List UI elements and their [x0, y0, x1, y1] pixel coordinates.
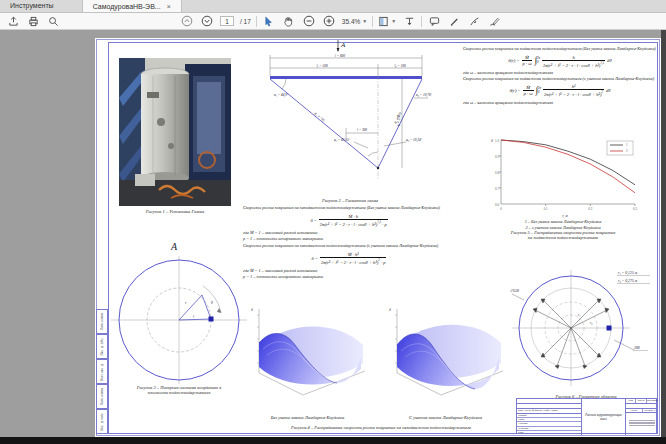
paragraph: Скорость роста покрытия на неподвижном п…	[243, 205, 455, 211]
fig4-left-label: Без учета закона Ламберта-Кнудсена	[245, 415, 370, 420]
tab-close-icon[interactable]: ×	[167, 3, 171, 10]
dim-l1: l₁ = 500	[316, 64, 327, 68]
fig5-line-chart: 1.0 0.9 0.8 0.7 0.6 0 0.1 0.2 0.3 δ r, м…	[487, 134, 643, 218]
substrate-bar	[270, 76, 422, 79]
right-text-block: Скорость роста покрытия на подвижном под…	[463, 46, 657, 105]
photo-installation	[119, 58, 231, 206]
paragraph: Скорость роста покрытия на неподвижном п…	[243, 243, 455, 249]
chevron-down-icon: ▼	[362, 18, 367, 24]
label-l: l	[193, 315, 194, 319]
svg-text:0: 0	[500, 207, 502, 211]
fig4-right-label: С учетом закона Ламберта-Кнудсена	[383, 415, 508, 420]
svg-text:0.3: 0.3	[633, 207, 637, 211]
surface-plot-right: δ	[383, 301, 508, 413]
x-axis-label: r, м	[562, 214, 568, 219]
hand-tool-icon[interactable]	[282, 15, 296, 28]
z-axis-label: δ	[389, 308, 391, 312]
svg-text:0.9: 0.9	[495, 155, 499, 159]
page-canvas[interactable]: Подп. и дата Инв. № дубл. Взам. инв. № П…	[95, 38, 661, 437]
dim-a1: α₁ = 44,9°	[274, 93, 289, 98]
page-down-icon[interactable]	[200, 15, 214, 28]
label-r1-short: r₁	[578, 313, 580, 317]
signature-pen-icon[interactable]	[467, 15, 481, 28]
stamp-row: Утв.	[517, 431, 581, 435]
chart-legend	[607, 141, 633, 155]
highlight-pencil-icon[interactable]	[447, 15, 461, 28]
stamp-sheets-value: 17	[654, 409, 657, 412]
dim-a2: α₂ = 10,76°	[416, 93, 433, 98]
dim-l-total: l = 600	[335, 54, 345, 58]
svg-text:1.0: 1.0	[495, 139, 499, 143]
select-tool-icon[interactable]	[262, 15, 276, 28]
fig2-view-label: А	[340, 41, 346, 49]
tab-tools-label: Инструменты	[10, 2, 54, 9]
stamp-sheets: Листов	[644, 409, 653, 412]
paragraph: Скорость роста покрытия на подвижном под…	[463, 46, 657, 52]
dim-l2: l₂ = 100	[394, 64, 405, 68]
stamp-scale: Масштаб	[647, 399, 658, 403]
page-number-input[interactable]: 1	[220, 16, 234, 26]
tab-document[interactable]: СамодуроваНВ-ЭВ... ×	[82, 0, 182, 12]
photo-installation-image	[119, 58, 231, 206]
zoom-level-value: 35.4%	[342, 18, 360, 25]
surface-plot-left: δ	[245, 301, 370, 413]
bottom-edge	[0, 437, 666, 444]
page-display-dropdown[interactable]: ▼	[378, 16, 396, 27]
svg-text:0.2: 0.2	[588, 207, 592, 211]
fig4-caption: Рисунок 4 – Распределение скорости роста…	[225, 425, 537, 430]
print-icon[interactable]	[26, 15, 40, 28]
fig3-view-label: А	[170, 241, 178, 252]
fill-sign-icon[interactable]	[487, 15, 501, 28]
svg-text:0.7: 0.7	[495, 187, 499, 191]
label-r1: r₁ = 0,125 м	[618, 271, 638, 276]
side-stamp-cell: Инв. № подл.	[96, 409, 108, 434]
dim-right: 300	[634, 346, 640, 350]
search-icon[interactable]	[46, 15, 60, 28]
fig2-caption: Рисунок 2 – Расчетная схема	[250, 198, 450, 203]
scroll-mode-icon[interactable]	[402, 15, 416, 28]
scrollbar[interactable]	[661, 30, 666, 437]
dim-f1: φ₁ = 43,05°	[334, 138, 351, 143]
label-theta: θ	[211, 301, 213, 305]
page-up-icon[interactable]	[180, 15, 194, 28]
fig2-scheme: А l = 600 l₁ = 500 l₂ = 100 R₁ = 785 R₂ …	[250, 38, 450, 196]
dim-h: h = 570	[397, 115, 401, 126]
dim-diameter: ∅550	[510, 289, 519, 293]
tab-tools[interactable]: Инструменты	[0, 0, 64, 12]
page-total-label: / 17	[240, 18, 251, 25]
formula-delta-static-2: δ = Ṁ · h²2π(r² + l² − 2 · r · l · cosθ …	[243, 252, 455, 265]
dim-l-mid: l = 300	[357, 128, 367, 132]
tab-bar: Инструменты СамодуроваНВ-ЭВ... ×	[0, 0, 666, 13]
fig6-polar-domain: r₁ r₂ r₁ = 0,125 м r₂ = 0,275 м ∅550 300	[510, 256, 662, 392]
tab-document-label: СамодуроваНВ-ЭВ...	[93, 3, 161, 10]
fig3-polar-diagram: А r l θ	[107, 238, 252, 386]
document-scroll-area[interactable]: Подп. и дата Инв. № дубл. Взам. инв. № П…	[0, 30, 666, 437]
svg-text:0.6: 0.6	[495, 203, 499, 207]
main-toolbar: 1 / 17 35.4% ▼ ▼	[0, 13, 666, 30]
fig1-caption: Рисунок 1 – Установка Гамма	[109, 209, 241, 214]
paragraph: ρ = 1 – плотность испаряемого материала.	[243, 274, 455, 280]
stamp-sheet: Лист	[626, 409, 643, 413]
zoom-out-icon[interactable]	[302, 15, 316, 28]
fig4-surfaces: δ δ Без учета закон	[245, 301, 517, 435]
substrate-point-marker	[209, 317, 214, 322]
label-r2: r₂ = 0,275 м	[618, 279, 638, 284]
y-axis-label: δ	[491, 139, 493, 143]
paragraph: ρ = 1 – плотность испаряемого материала.	[243, 236, 455, 242]
label-r2-short: r₂	[590, 321, 593, 325]
stamp-mass: Масса	[636, 399, 646, 403]
stamp-title-line2: масс	[600, 417, 607, 421]
fig5-caption2: на подвижном подложкодержателе	[470, 235, 656, 240]
zoom-level-dropdown[interactable]: 35.4% ▼	[342, 18, 367, 25]
paragraph: Скорость роста покрытия на подвижном под…	[463, 76, 657, 82]
z-axis-label: δ	[251, 308, 253, 312]
point-marker	[607, 326, 612, 331]
fig3-caption: Рисунок 3 – Полярная система координат в…	[99, 385, 259, 395]
comment-icon[interactable]	[427, 15, 441, 28]
share-icon[interactable]	[6, 15, 20, 28]
dim-r1: R₁ = 785	[313, 111, 326, 123]
label-r: r	[185, 301, 187, 305]
zoom-in-icon[interactable]	[322, 15, 336, 28]
title-block: Изм. Лист № докум. Подп. Дата Разраб. Пр…	[516, 398, 657, 434]
source-point	[377, 167, 379, 169]
